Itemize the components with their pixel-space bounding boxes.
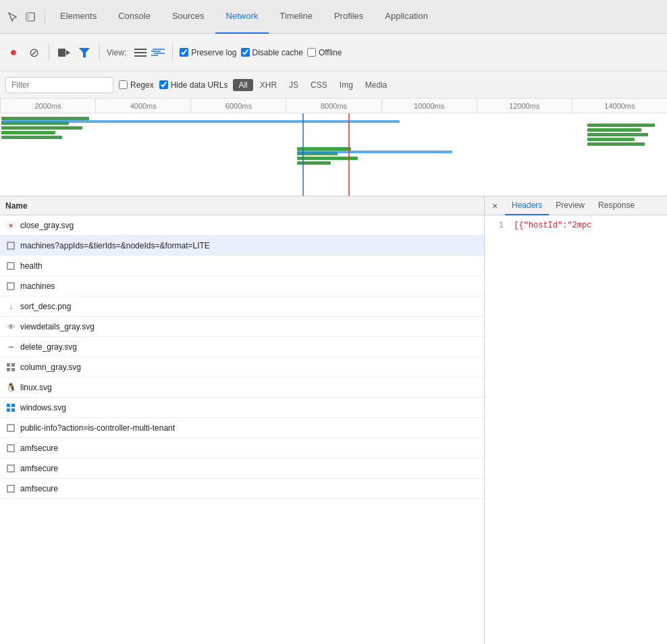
disable-cache-label: Disable cache — [252, 48, 303, 57]
svg-marker-4 — [79, 48, 90, 57]
regex-label: Regex — [130, 80, 154, 90]
type-btn-xhr[interactable]: XHR — [255, 79, 282, 91]
row-icon-windows — [5, 402, 16, 413]
tick-6000: 6000ms — [190, 99, 286, 113]
offline-label: Offline — [319, 48, 342, 57]
table-row[interactable]: 🐧 linux.svg — [0, 377, 484, 398]
video-button[interactable] — [56, 45, 72, 61]
disable-cache-checkbox-label[interactable]: Disable cache — [241, 48, 303, 57]
tab-profiles[interactable]: Profiles — [323, 0, 374, 34]
offline-checkbox[interactable] — [307, 48, 316, 57]
row-name: machines?appIds=&tierIds=&nodeIds=&forma… — [20, 241, 479, 250]
preserve-log-checkbox[interactable] — [180, 48, 188, 57]
tab-network[interactable]: Network — [215, 0, 269, 34]
tab-application[interactable]: Application — [374, 0, 439, 34]
hide-data-urls-checkbox[interactable] — [159, 80, 168, 89]
filter-input[interactable] — [5, 77, 113, 93]
row-icon-linux: 🐧 — [5, 382, 16, 393]
offline-checkbox-label[interactable]: Offline — [307, 48, 342, 57]
toolbar: ● ⊘ View: Preserve log Disable cache Off — [0, 34, 667, 72]
row-name: linux.svg — [20, 383, 479, 392]
row-icon-eye: 👁 — [5, 321, 16, 332]
row-icon-square — [5, 443, 16, 454]
type-btn-js[interactable]: JS — [284, 79, 304, 91]
row-icon-close: × — [5, 220, 16, 231]
table-row[interactable]: amfsecure — [0, 479, 484, 499]
table-row[interactable]: amfsecure — [0, 458, 484, 479]
main-area: Name × close_gray.svg machines?appIds=&t… — [0, 196, 667, 644]
svg-rect-19 — [7, 404, 10, 407]
list-view-icon[interactable] — [133, 45, 148, 60]
hide-data-urls-checkbox-label[interactable]: Hide data URLs — [159, 80, 228, 90]
svg-rect-18 — [11, 368, 15, 371]
detail-close-button[interactable]: × — [487, 198, 502, 213]
svg-rect-14 — [7, 283, 14, 290]
table-row[interactable]: public-info?action=is-controller-multi-t… — [0, 418, 484, 438]
row-icon-square — [5, 240, 16, 251]
row-icon-grid — [5, 362, 16, 373]
svg-rect-15 — [7, 363, 10, 367]
timeline-body — [0, 113, 667, 196]
svg-rect-13 — [7, 263, 14, 269]
preserve-log-checkbox-label[interactable]: Preserve log — [180, 48, 236, 57]
stop-button[interactable]: ⊘ — [26, 45, 42, 61]
svg-rect-17 — [7, 368, 10, 371]
detail-pane: × Headers Preview Response 1 [{"hostId":… — [485, 196, 667, 644]
detail-tab-preview[interactable]: Preview — [549, 196, 591, 215]
type-btn-img[interactable]: Img — [334, 79, 358, 91]
svg-rect-12 — [7, 242, 14, 249]
view-toggle — [133, 45, 165, 60]
regex-checkbox[interactable] — [119, 80, 128, 89]
detail-tab-bar: × Headers Preview Response — [485, 196, 667, 215]
table-row[interactable]: 👁 viewdetails_gray.svg — [0, 317, 484, 337]
line-number: 1 — [490, 221, 504, 230]
table-row[interactable]: machines?appIds=&tierIds=&nodeIds=&forma… — [0, 236, 484, 256]
tab-timeline[interactable]: Timeline — [269, 0, 323, 34]
disable-cache-checkbox[interactable] — [241, 48, 250, 57]
regex-checkbox-label[interactable]: Regex — [119, 80, 154, 90]
table-row[interactable]: windows.svg — [0, 398, 484, 418]
row-name: machines — [20, 281, 479, 291]
tab-sources[interactable]: Sources — [161, 0, 215, 34]
svg-rect-22 — [11, 408, 15, 412]
tab-elements[interactable]: Elements — [49, 0, 107, 34]
type-btn-all[interactable]: All — [233, 79, 252, 91]
table-row[interactable]: column_gray.svg — [0, 357, 484, 377]
cursor-icon[interactable] — [5, 9, 20, 24]
table-row[interactable]: × close_gray.svg — [0, 215, 484, 236]
type-btn-css[interactable]: CSS — [305, 79, 333, 91]
tick-2000: 2000ms — [0, 99, 95, 113]
name-column-header: Name — [5, 201, 28, 211]
detail-tab-response[interactable]: Response — [591, 196, 641, 215]
type-btn-media[interactable]: Media — [360, 79, 393, 91]
filter-button[interactable] — [76, 45, 92, 61]
hide-data-urls-label: Hide data URLs — [171, 80, 228, 90]
separator-1 — [49, 45, 49, 61]
detail-tab-headers[interactable]: Headers — [505, 196, 549, 215]
svg-marker-3 — [66, 50, 70, 55]
svg-rect-23 — [7, 425, 14, 431]
view-label: View: — [107, 48, 126, 57]
table-row[interactable]: health — [0, 256, 484, 276]
svg-rect-1 — [26, 13, 30, 21]
filter-row: Regex Hide data URLs All XHR JS CSS Img … — [0, 72, 667, 99]
row-name: close_gray.svg — [20, 221, 479, 230]
tab-console[interactable]: Console — [107, 0, 161, 34]
load-event-line — [348, 113, 350, 196]
json-content: [{"hostId":"2mpc — [514, 221, 591, 230]
blue-bar-main — [1, 120, 400, 123]
table-row[interactable]: − delete_gray.svg — [0, 337, 484, 357]
dock-icon[interactable] — [23, 9, 38, 24]
separator-2 — [99, 45, 100, 61]
svg-rect-24 — [7, 445, 14, 452]
row-name: sort_desc.png — [20, 302, 479, 311]
row-name: windows.svg — [20, 403, 479, 412]
row-icon-minus: − — [5, 342, 16, 352]
table-row[interactable]: ↓ sort_desc.png — [0, 296, 484, 317]
record-button[interactable]: ● — [5, 45, 22, 61]
waterfall-view-icon[interactable] — [151, 45, 165, 60]
table-row[interactable]: machines — [0, 276, 484, 296]
svg-rect-25 — [7, 465, 14, 472]
svg-rect-2 — [58, 49, 65, 57]
table-row[interactable]: amfsecure — [0, 438, 484, 458]
